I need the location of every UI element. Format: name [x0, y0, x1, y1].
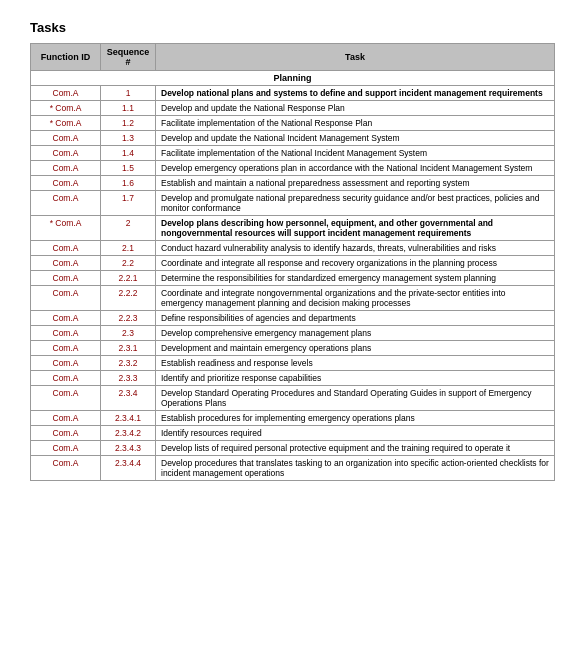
function-id-cell: Com.A	[31, 311, 101, 326]
function-id-cell: Com.A	[31, 161, 101, 176]
task-cell: Coordinate and integrate nongovernmental…	[156, 286, 555, 311]
task-cell: Establish and maintain a national prepar…	[156, 176, 555, 191]
task-cell: Develop and promulgate national prepared…	[156, 191, 555, 216]
task-cell: Facilitate implementation of the Nationa…	[156, 146, 555, 161]
table-row: * Com.A1.2Facilitate implementation of t…	[31, 116, 555, 131]
table-row: Com.A1.4Facilitate implementation of the…	[31, 146, 555, 161]
task-cell: Development and maintain emergency opera…	[156, 341, 555, 356]
col-header-sequence: Sequence #	[101, 44, 156, 71]
sequence-cell: 1.1	[101, 101, 156, 116]
sequence-cell: 2.1	[101, 241, 156, 256]
sequence-cell: 1.6	[101, 176, 156, 191]
function-id-cell: Com.A	[31, 356, 101, 371]
table-row: Com.A2.2Coordinate and integrate all res…	[31, 256, 555, 271]
sequence-cell: 2.3.3	[101, 371, 156, 386]
table-row: Com.A1.7Develop and promulgate national …	[31, 191, 555, 216]
task-cell: Identify and prioritize response capabil…	[156, 371, 555, 386]
function-id-cell: Com.A	[31, 426, 101, 441]
task-cell: Develop national plans and systems to de…	[156, 86, 555, 101]
sequence-cell: 1	[101, 86, 156, 101]
sequence-cell: 1.3	[101, 131, 156, 146]
function-id-cell: Com.A	[31, 191, 101, 216]
page-title: Tasks	[30, 20, 555, 35]
sequence-cell: 2.3.4.4	[101, 456, 156, 481]
function-id-cell: Com.A	[31, 146, 101, 161]
table-row: Com.A2.2.1Determine the responsibilities…	[31, 271, 555, 286]
task-cell: Define responsibilities of agencies and …	[156, 311, 555, 326]
col-header-task: Task	[156, 44, 555, 71]
table-row: Com.A2.3.2Establish readiness and respon…	[31, 356, 555, 371]
function-id-cell: * Com.A	[31, 216, 101, 241]
sequence-cell: 2.3	[101, 326, 156, 341]
table-row: Com.A1.6Establish and maintain a nationa…	[31, 176, 555, 191]
table-row: Com.A1.5Develop emergency operations pla…	[31, 161, 555, 176]
function-id-cell: Com.A	[31, 286, 101, 311]
function-id-cell: Com.A	[31, 326, 101, 341]
table-row: Com.A2.2.3Define responsibilities of age…	[31, 311, 555, 326]
table-row: Com.A2.3Develop comprehensive emergency …	[31, 326, 555, 341]
function-id-cell: Com.A	[31, 341, 101, 356]
table-row: Com.A2.3.4.4Develop procedures that tran…	[31, 456, 555, 481]
task-cell: Identify resources required	[156, 426, 555, 441]
task-cell: Develop emergency operations plan in acc…	[156, 161, 555, 176]
table-row: Com.A2.3.1Development and maintain emerg…	[31, 341, 555, 356]
sequence-cell: 2	[101, 216, 156, 241]
table-row: Com.A2.3.4.3Develop lists of required pe…	[31, 441, 555, 456]
tasks-table: Function ID Sequence # Task PlanningCom.…	[30, 43, 555, 481]
sequence-cell: 2.3.2	[101, 356, 156, 371]
sequence-cell: 2.2.3	[101, 311, 156, 326]
function-id-cell: * Com.A	[31, 101, 101, 116]
task-cell: Establish procedures for implementing em…	[156, 411, 555, 426]
table-row: Com.A2.3.4.2Identify resources required	[31, 426, 555, 441]
function-id-cell: Com.A	[31, 131, 101, 146]
task-cell: Determine the responsibilities for stand…	[156, 271, 555, 286]
task-cell: Develop plans describing how personnel, …	[156, 216, 555, 241]
function-id-cell: Com.A	[31, 371, 101, 386]
planning-header: Planning	[31, 71, 555, 86]
function-id-cell: Com.A	[31, 456, 101, 481]
sequence-cell: 2.3.4.3	[101, 441, 156, 456]
table-row: Com.A2.3.3Identify and prioritize respon…	[31, 371, 555, 386]
task-cell: Develop procedures that translates taski…	[156, 456, 555, 481]
sequence-cell: 2.2	[101, 256, 156, 271]
sequence-cell: 1.5	[101, 161, 156, 176]
table-row: Planning	[31, 71, 555, 86]
table-row: Com.A2.2.2Coordinate and integrate nongo…	[31, 286, 555, 311]
sequence-cell: 1.2	[101, 116, 156, 131]
table-row: * Com.A1.1Develop and update the Nationa…	[31, 101, 555, 116]
task-cell: Develop and update the National Incident…	[156, 131, 555, 146]
sequence-cell: 2.3.4	[101, 386, 156, 411]
sequence-cell: 2.3.4.2	[101, 426, 156, 441]
function-id-cell: Com.A	[31, 86, 101, 101]
task-cell: Develop lists of required personal prote…	[156, 441, 555, 456]
function-id-cell: * Com.A	[31, 116, 101, 131]
table-row: * Com.A2Develop plans describing how per…	[31, 216, 555, 241]
task-cell: Coordinate and integrate all response an…	[156, 256, 555, 271]
table-row: Com.A2.3.4.1Establish procedures for imp…	[31, 411, 555, 426]
function-id-cell: Com.A	[31, 176, 101, 191]
task-cell: Develop Standard Operating Procedures an…	[156, 386, 555, 411]
function-id-cell: Com.A	[31, 256, 101, 271]
table-row: Com.A1Develop national plans and systems…	[31, 86, 555, 101]
task-cell: Facilitate implementation of the Nationa…	[156, 116, 555, 131]
table-row: Com.A2.3.4Develop Standard Operating Pro…	[31, 386, 555, 411]
task-cell: Develop comprehensive emergency manageme…	[156, 326, 555, 341]
sequence-cell: 2.3.1	[101, 341, 156, 356]
sequence-cell: 2.2.1	[101, 271, 156, 286]
function-id-cell: Com.A	[31, 441, 101, 456]
col-header-function: Function ID	[31, 44, 101, 71]
function-id-cell: Com.A	[31, 271, 101, 286]
sequence-cell: 2.2.2	[101, 286, 156, 311]
sequence-cell: 1.4	[101, 146, 156, 161]
function-id-cell: Com.A	[31, 386, 101, 411]
table-row: Com.A1.3Develop and update the National …	[31, 131, 555, 146]
table-row: Com.A2.1Conduct hazard vulnerability ana…	[31, 241, 555, 256]
sequence-cell: 2.3.4.1	[101, 411, 156, 426]
function-id-cell: Com.A	[31, 241, 101, 256]
sequence-cell: 1.7	[101, 191, 156, 216]
task-cell: Develop and update the National Response…	[156, 101, 555, 116]
task-cell: Establish readiness and response levels	[156, 356, 555, 371]
task-cell: Conduct hazard vulnerability analysis to…	[156, 241, 555, 256]
function-id-cell: Com.A	[31, 411, 101, 426]
